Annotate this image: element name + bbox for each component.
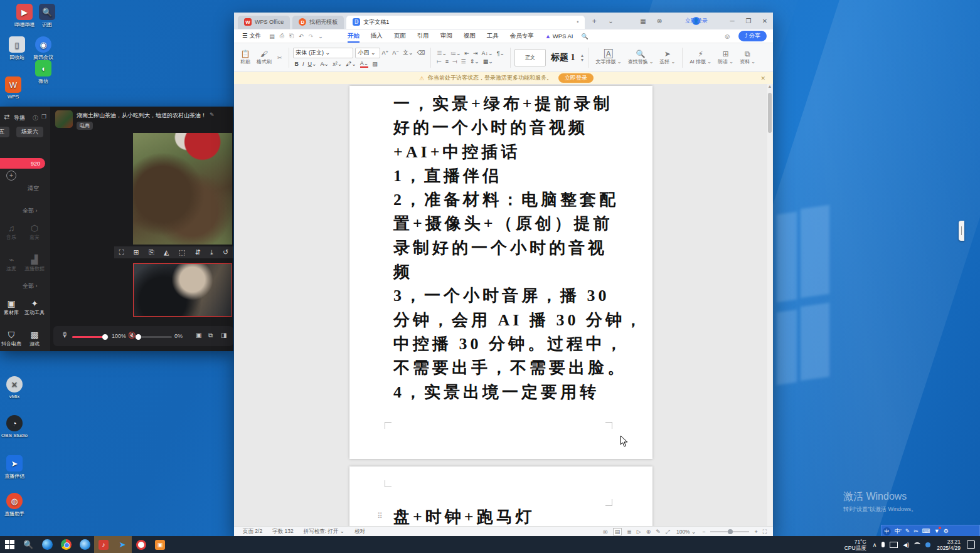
decrease-font-icon[interactable]: A⁻	[392, 50, 399, 56]
numbering-button[interactable]: ≔⌄	[450, 50, 461, 56]
taskbar-live-companion-icon[interactable]: ➤	[113, 536, 132, 553]
align-right-button[interactable]: ⟞	[452, 58, 457, 65]
fit-page-icon[interactable]: ⤢	[666, 529, 670, 535]
edge-slide-handle[interactable]	[959, 221, 964, 241]
desktop-icon-live-companion[interactable]: ➤ 直播伴侣	[0, 455, 31, 480]
desktop-icon-meeting[interactable]: ◉ 腾讯会议	[26, 36, 60, 61]
tray-expand-icon[interactable]: ∧	[873, 542, 877, 548]
zoom-level[interactable]: 100% ⌄	[676, 529, 696, 535]
tool-interactive[interactable]: ✦ 互动工具	[23, 298, 46, 316]
desktop-icon-wechat[interactable]: ◖ 微信	[26, 60, 60, 85]
page-view-icon[interactable]: ▤	[613, 528, 622, 535]
notice-close-icon[interactable]: ✕	[760, 75, 765, 82]
ime-keyboard-icon[interactable]: ⌨	[922, 528, 930, 534]
change-case-icon[interactable]: 文⌄	[403, 49, 413, 57]
web-view-icon[interactable]: ⊕	[646, 529, 651, 535]
menu-home[interactable]: 开始	[342, 32, 365, 40]
scrollbar-thumb[interactable]	[768, 93, 772, 133]
maximize-button[interactable]: ❐	[740, 18, 757, 24]
new-tab-button[interactable]: +	[586, 17, 602, 26]
style-heading1[interactable]: 标题 1	[551, 52, 575, 63]
scene-switch-icon[interactable]: ⧉	[208, 332, 213, 339]
flip-vertical-icon[interactable]: ⇵	[194, 248, 200, 256]
cpu-temp-display[interactable]: 71°C CPU温度	[844, 539, 866, 551]
ime-logo-icon[interactable]: 中	[883, 527, 891, 535]
menu-review[interactable]: 审阅	[435, 32, 458, 40]
desktop-icon-obs[interactable]: ◔ OBS Studio	[0, 415, 31, 438]
zoom-in-button[interactable]: +	[754, 529, 757, 535]
tab-docer-templates[interactable]: D 找稻壳模板	[292, 16, 344, 29]
tray-wifi-icon[interactable]	[914, 542, 920, 547]
paragraph-handle-icon[interactable]: ⠿	[377, 512, 383, 520]
taskbar-obs-icon[interactable]	[132, 536, 151, 553]
fullscreen-icon[interactable]: ⛶	[119, 248, 124, 256]
undo-icon[interactable]: ↶	[299, 33, 304, 40]
taskbar-browser360-icon[interactable]	[75, 536, 94, 553]
taskbar-chrome-icon[interactable]	[56, 536, 75, 553]
send-bottom-icon[interactable]: ⤓	[210, 248, 213, 256]
redo-icon[interactable]: ↷	[309, 33, 314, 40]
popout-icon[interactable]: ❐	[41, 113, 46, 120]
play-view-icon[interactable]: ▷	[637, 529, 641, 535]
menu-insert[interactable]: 插入	[365, 32, 388, 40]
record-icon[interactable]: ▣	[196, 332, 201, 339]
scene-tab-6[interactable]: 场景六	[16, 127, 43, 137]
tab-wps-office[interactable]: W WPS Office	[238, 16, 290, 29]
notice-login-button[interactable]: 立即登录	[558, 73, 594, 83]
char-shading-button[interactable]: ▨	[372, 61, 378, 67]
desktop-icon-vmix[interactable]: ✕ vMix	[0, 376, 31, 399]
paste-button[interactable]: 📋 粘贴	[240, 50, 250, 65]
tab-list-button[interactable]: ⌄	[602, 18, 619, 24]
ime-toolbox-icon[interactable]: ▼	[934, 528, 940, 534]
eye-mode-icon[interactable]: ◎	[603, 529, 608, 535]
edit-title-icon[interactable]: ✎	[210, 112, 215, 118]
minimize-button[interactable]: ─	[724, 18, 740, 24]
ai-typeset-button[interactable]: ⚡ AI 排版 ⌄	[690, 50, 711, 65]
style-gallery-arrows[interactable]: ▲▼	[580, 53, 585, 62]
text-layout-button[interactable]: 🄰 文字排版 ⌄	[595, 50, 621, 65]
taskbar-search-icon[interactable]: 🔍	[19, 536, 38, 553]
crop-icon[interactable]: ⬚	[179, 248, 185, 256]
save-icon[interactable]: ▤	[269, 33, 275, 40]
ime-toolbar[interactable]: 中 中' ✎ ✂ ⌨ ▼ ⚙	[881, 525, 980, 537]
document-page-1[interactable]: 一，实景+绿布+提前录制 好的一个小时的音视频 +AI+中控插话 1，直播伴侣 …	[349, 86, 652, 459]
tray-mic-icon[interactable]	[881, 542, 885, 547]
video-preview-secondary[interactable]	[133, 263, 232, 317]
font-name-select[interactable]: 宋体 (正文) ⌄	[293, 48, 353, 58]
outdent-button[interactable]: ⇤	[465, 50, 470, 56]
indent-button[interactable]: ⇥	[473, 50, 478, 56]
justify-button[interactable]: ☰	[461, 58, 466, 65]
switch-icon[interactable]: ⇄	[4, 113, 9, 121]
status-proofread[interactable]: 校对	[354, 528, 365, 535]
superscript-button[interactable]: x²⌄	[333, 61, 342, 67]
add-scene-icon[interactable]: +	[6, 171, 16, 181]
taskbar-orange-app-icon[interactable]: ▣	[151, 536, 169, 553]
mic-volume-slider[interactable]	[72, 336, 109, 338]
scroll-up-arrow[interactable]: ▲	[767, 84, 772, 92]
desktop-icon-wps[interactable]: W WPS	[0, 76, 30, 100]
zoom-out-button[interactable]: −	[702, 529, 705, 535]
sort-button[interactable]: A↓⌄	[482, 50, 493, 56]
edit-mode-icon[interactable]: ✎	[656, 529, 661, 535]
info-icon[interactable]: ⓘ	[33, 114, 38, 122]
more-icon[interactable]: ⌄	[318, 33, 323, 40]
clear-button[interactable]: 清空	[28, 184, 39, 192]
font-size-select[interactable]: 小四 ⌄	[355, 48, 380, 58]
notification-center-icon[interactable]	[967, 540, 975, 549]
style-body[interactable]: 正文	[514, 49, 546, 66]
borders-button[interactable]: ▦⌄	[483, 58, 493, 65]
mic-icon[interactable]: 🎙	[61, 331, 68, 339]
tool-ecommerce[interactable]: ⛉ 抖音电商	[0, 330, 23, 347]
increase-font-icon[interactable]: A⁺	[382, 50, 389, 56]
format-painter-button[interactable]: 🖌 格式刷	[257, 50, 272, 65]
skin-icon[interactable]: ⊜	[651, 18, 668, 24]
start-button[interactable]	[0, 536, 19, 553]
align-center-button[interactable]: ≡	[445, 58, 449, 65]
highlight-button[interactable]: 🖍⌄	[346, 61, 356, 67]
menu-view[interactable]: 视图	[458, 32, 481, 40]
menu-wps-ai[interactable]: ▲ WPS AI	[540, 33, 579, 40]
find-replace-button[interactable]: 🔍 查找替换 ⌄	[627, 50, 653, 65]
clear-format-icon[interactable]: ⌫	[417, 50, 425, 56]
zoom-slider[interactable]	[710, 531, 749, 532]
video-preview-main[interactable]	[133, 133, 232, 245]
